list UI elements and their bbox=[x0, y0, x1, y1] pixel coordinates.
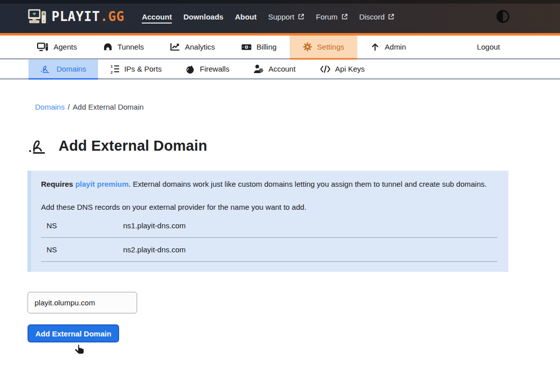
tab-tunnels[interactable]: Tunnels bbox=[90, 36, 157, 58]
playit-premium-link[interactable]: playit premium bbox=[75, 180, 129, 188]
tab-label: Billing bbox=[257, 43, 277, 51]
subtab-label: Domains bbox=[57, 65, 86, 73]
tab-label: Agents bbox=[54, 43, 77, 51]
mouse-cursor bbox=[73, 343, 86, 356]
arrow-up-icon bbox=[370, 42, 380, 52]
tab-analytics[interactable]: Analytics bbox=[157, 36, 228, 58]
external-link-icon bbox=[388, 14, 394, 20]
tab-label: Tunnels bbox=[118, 43, 144, 51]
svg-text:2: 2 bbox=[111, 70, 113, 74]
dns-records-table: NS ns1.playit-dns.com NS ns2.playit-dns.… bbox=[41, 214, 497, 262]
tab-label: Analytics bbox=[185, 43, 215, 51]
subtab-label: IPs & Ports bbox=[124, 65, 162, 73]
tab-billing[interactable]: Billing bbox=[228, 36, 290, 58]
tunnel-icon bbox=[103, 42, 113, 52]
breadcrumb-domains-link[interactable]: Domains bbox=[35, 103, 65, 111]
header-link-discord[interactable]: Discord bbox=[359, 13, 395, 21]
subtab-label: Api Keys bbox=[335, 65, 365, 73]
subtab-label: Firewalls bbox=[200, 65, 229, 73]
tab-label: Settings bbox=[317, 43, 344, 51]
fireball-icon bbox=[186, 64, 195, 74]
code-icon bbox=[320, 65, 331, 73]
gear-icon bbox=[303, 42, 312, 52]
record-type: NS bbox=[41, 221, 123, 230]
top-bar: PLAYIT.GG Account Downloads About Suppor… bbox=[0, 0, 560, 33]
premium-notice-panel: Requires playit premium. External domain… bbox=[28, 171, 508, 272]
settings-sub-nav: Domains 1 2 IPs & Ports bbox=[0, 60, 560, 80]
main-nav: Agents Tunnels Analytics bbox=[0, 36, 560, 60]
breadcrumb: Domains/Add External Domain bbox=[35, 103, 560, 112]
header-link-account[interactable]: Account bbox=[142, 13, 172, 21]
logout-button[interactable]: Logout bbox=[477, 36, 500, 58]
domain-name-input[interactable] bbox=[28, 292, 137, 313]
subtab-account[interactable]: Account bbox=[241, 60, 307, 78]
signature-icon bbox=[41, 65, 52, 73]
tab-admin[interactable]: Admin bbox=[357, 36, 419, 58]
external-link-icon bbox=[341, 14, 348, 20]
page: PLAYIT.GG Account Downloads About Suppor… bbox=[0, 0, 560, 392]
notice-description: . External domains work just like custom… bbox=[129, 180, 486, 188]
logo-text: PLAYIT.GG bbox=[52, 9, 124, 24]
subtab-label: Account bbox=[268, 65, 295, 73]
header-link-downloads[interactable]: Downloads bbox=[183, 13, 223, 21]
ordered-list-icon: 1 2 bbox=[110, 64, 120, 74]
header-link-support[interactable]: Support bbox=[268, 13, 305, 21]
header-link-about[interactable]: About bbox=[235, 13, 256, 21]
add-external-domain-button[interactable]: Add External Domain bbox=[28, 324, 119, 342]
money-bill-icon bbox=[241, 43, 252, 52]
user-gear-icon bbox=[253, 64, 264, 74]
record-type: NS bbox=[41, 245, 123, 254]
dns-instruction: Add these DNS records on your external p… bbox=[41, 201, 497, 213]
breadcrumb-separator: / bbox=[68, 103, 70, 111]
external-link-icon bbox=[298, 14, 304, 20]
subtab-firewalls[interactable]: Firewalls bbox=[174, 60, 241, 78]
retro-computer-icon bbox=[28, 9, 47, 25]
header-link-forum[interactable]: Forum bbox=[316, 13, 347, 21]
dns-record-row: NS ns2.playit-dns.com bbox=[41, 238, 497, 262]
chart-line-icon bbox=[170, 43, 180, 51]
theme-toggle-icon[interactable] bbox=[496, 10, 510, 24]
record-value: ns1.playit-dns.com bbox=[123, 221, 497, 230]
dns-record-row: NS ns1.playit-dns.com bbox=[41, 214, 497, 238]
title-row: Add External Domain bbox=[29, 138, 560, 154]
desktop-icon bbox=[37, 43, 49, 52]
requires-label: Requires bbox=[41, 180, 73, 188]
notice-requires-line: Requires playit premium. External domain… bbox=[41, 178, 497, 190]
subtab-ips-ports[interactable]: 1 2 IPs & Ports bbox=[98, 60, 174, 78]
svg-text:1: 1 bbox=[111, 64, 113, 69]
tab-label: Admin bbox=[385, 43, 406, 51]
record-value: ns2.playit-dns.com bbox=[123, 245, 497, 254]
subtab-domains[interactable]: Domains bbox=[29, 60, 98, 78]
playit-logo[interactable]: PLAYIT.GG bbox=[28, 9, 124, 25]
subtab-api-keys[interactable]: Api Keys bbox=[308, 60, 377, 78]
tab-settings[interactable]: Settings bbox=[290, 36, 357, 58]
breadcrumb-current: Add External Domain bbox=[73, 103, 144, 111]
tab-agents[interactable]: Agents bbox=[24, 36, 90, 58]
top-links: Account Downloads About Support Forum bbox=[142, 13, 394, 21]
page-title: Add External Domain bbox=[59, 138, 207, 154]
signature-icon bbox=[29, 138, 51, 154]
